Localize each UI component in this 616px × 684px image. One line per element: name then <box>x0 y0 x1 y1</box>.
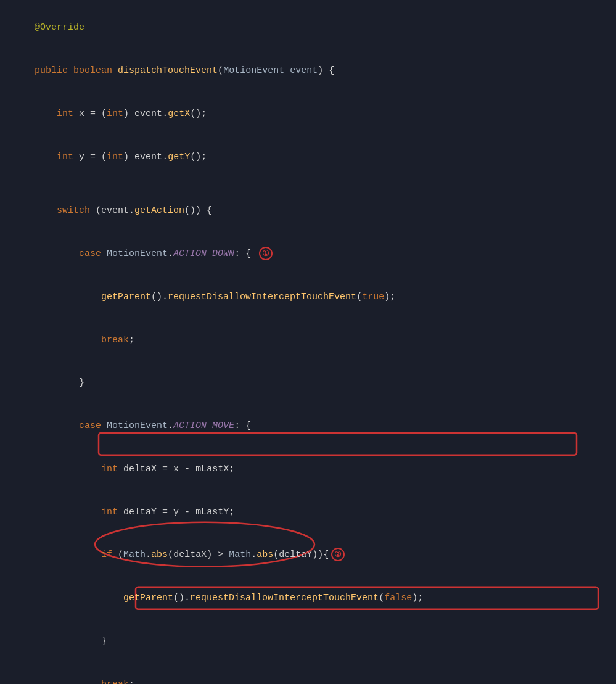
code-block: @Override public boolean dispatchTouchEv… <box>0 0 616 684</box>
line-annotation: @Override <box>12 6 604 49</box>
line-break-2: break; <box>12 662 604 684</box>
line-deltaX: int deltaX = x - mLastX; <box>12 448 604 491</box>
badge-1: ① <box>259 247 273 260</box>
line-get-parent-false: getParent().requestDisallowInterceptTouc… <box>12 577 604 620</box>
line-deltaY: int deltaY = y - mLastY; <box>12 490 604 534</box>
line-close-case1: } <box>12 361 604 405</box>
line-int-y: int y = (int) event.getY(); <box>12 135 604 178</box>
line-get-parent-true: getParent().requestDisallowInterceptTouc… <box>12 276 604 319</box>
line-case-down: case MotionEvent.ACTION_DOWN: { ① <box>12 233 604 276</box>
line-method-sig: public boolean dispatchTouchEvent(Motion… <box>12 49 604 93</box>
line-close-if: } <box>12 620 604 663</box>
line-switch: switch (event.getAction()) { <box>12 189 604 233</box>
line-int-x: int x = (int) event.getX(); <box>12 93 604 136</box>
badge-2: ② <box>331 548 345 561</box>
line-case-move: case MotionEvent.ACTION_MOVE: { <box>12 405 604 448</box>
line-break-1: break; <box>12 318 604 361</box>
line-if: if (Math.abs(deltaX) > Math.abs(deltaY))… <box>12 534 604 577</box>
